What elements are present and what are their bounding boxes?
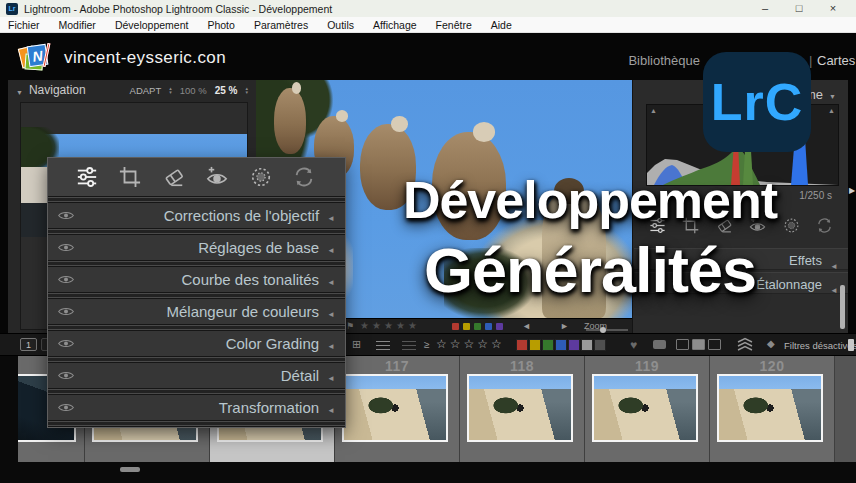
next-photo-icon[interactable]: ► [560, 321, 569, 331]
filmstrip-cell[interactable]: 117 [335, 356, 460, 462]
panel-row[interactable]: Transformation [48, 395, 345, 420]
calibration-expander-icon[interactable] [830, 279, 838, 297]
zoom-slider[interactable] [586, 329, 628, 331]
right-panel-scrollbar[interactable] [840, 285, 845, 329]
panel-row[interactable]: Détail [48, 363, 345, 388]
thumb-size-small[interactable] [676, 339, 689, 350]
filter-rating-stars[interactable]: ☆☆☆☆☆ [436, 337, 502, 351]
rating-operator[interactable]: ≥ [424, 339, 430, 350]
filter-dropdown[interactable]: Filtres désactivés [784, 337, 844, 353]
panel-row[interactable]: Réglages de base [48, 235, 345, 260]
main-window-button[interactable]: 1 [20, 338, 37, 351]
healing-eraser-icon[interactable] [716, 217, 733, 234]
filmstrip-cell[interactable]: 120 [710, 356, 835, 462]
histogram-collapse-icon[interactable] [829, 85, 836, 103]
zoom-100-option[interactable]: 100 % [180, 85, 207, 96]
color-label-swatch[interactable] [568, 339, 580, 351]
rating-stars[interactable]: ★★★★★ [360, 320, 420, 331]
minimize-button[interactable]: – [748, 0, 782, 17]
pick-flag-icon[interactable]: ◆ [767, 338, 775, 349]
menu-item[interactable]: Photo [207, 19, 234, 31]
zoom-spinner-icon[interactable] [245, 86, 248, 94]
color-dot[interactable] [463, 323, 470, 330]
navigation-panel-header[interactable]: Navigation ADAPT 100 % 25 % [8, 80, 256, 100]
effects-panel-header[interactable]: Effets [634, 248, 848, 270]
thumb-size-medium[interactable] [692, 339, 705, 350]
color-label-swatch[interactable] [542, 339, 554, 351]
healing-eraser-icon[interactable] [163, 166, 185, 188]
color-label-swatch[interactable] [529, 339, 541, 351]
eye-visibility-icon[interactable] [58, 338, 74, 349]
comment-bubble-icon[interactable] [653, 340, 666, 349]
filmstrip-scrollbar-handle[interactable] [120, 467, 140, 472]
color-dot[interactable] [474, 323, 481, 330]
heart-icon[interactable]: ♥ [630, 338, 637, 352]
menu-item[interactable]: Fichier [8, 19, 40, 31]
panel-row[interactable]: Corrections de l'objectif [48, 203, 345, 228]
masking-icon[interactable] [783, 217, 800, 234]
zoom-fit-option[interactable]: ADAPT [130, 85, 162, 96]
color-dot[interactable] [496, 323, 503, 330]
module-cartes[interactable]: Cartes [817, 53, 855, 68]
filmstrip-cell[interactable]: 118 [460, 356, 585, 462]
sync-icon[interactable] [293, 166, 315, 188]
menu-item[interactable]: Modifier [59, 19, 96, 31]
shadow-clipping-icon[interactable]: ▲ [650, 107, 657, 114]
red-eye-icon[interactable] [206, 166, 228, 188]
fit-spinner-icon[interactable] [169, 86, 172, 94]
zoom-level-value[interactable]: 25 % [215, 85, 238, 96]
eye-visibility-icon[interactable] [58, 402, 74, 413]
panel-row[interactable]: Color Grading [48, 331, 345, 356]
titlebar[interactable]: Lr Lightroom - Adobe Photoshop Lightroom… [0, 0, 856, 17]
panel-row[interactable]: Courbe des tonalités [48, 267, 345, 292]
sort-order-icon[interactable] [376, 341, 390, 350]
eye-visibility-icon[interactable] [58, 306, 74, 317]
grid-view-icon[interactable]: ⊞ [352, 338, 361, 351]
calibration-panel-header[interactable]: Étalonnage [634, 272, 848, 294]
panel-expander-icon[interactable] [327, 367, 335, 385]
eye-visibility-icon[interactable] [58, 274, 74, 285]
edit-sliders-icon[interactable] [76, 166, 98, 188]
eye-visibility-icon[interactable] [58, 242, 74, 253]
effects-expander-icon[interactable] [830, 255, 838, 273]
menu-item[interactable]: Paramètres [254, 19, 308, 31]
masking-icon[interactable] [250, 166, 272, 188]
panel-expander-icon[interactable] [327, 335, 335, 353]
flag-icon[interactable]: ⚑ [346, 321, 354, 331]
right-panel-toggle-arrow[interactable]: ▶ [849, 186, 855, 195]
menu-item[interactable]: Outils [327, 19, 354, 31]
panel-row[interactable]: Mélangeur de couleurs [48, 299, 345, 324]
eye-visibility-icon[interactable] [58, 370, 74, 381]
color-label-swatch[interactable] [555, 339, 567, 351]
color-label-swatch[interactable] [581, 339, 593, 351]
crop-icon[interactable] [682, 217, 699, 234]
color-dot[interactable] [485, 323, 492, 330]
thumb-size-large[interactable] [708, 339, 721, 350]
color-label-dots[interactable] [452, 323, 503, 330]
menu-item[interactable]: Aide [491, 19, 512, 31]
module-bibliotheque[interactable]: Bibliothèque [628, 53, 700, 68]
close-button[interactable]: × [816, 0, 850, 17]
panel-expander-icon[interactable] [327, 207, 335, 225]
sync-icon[interactable] [816, 217, 833, 234]
panel-expander-icon[interactable] [327, 303, 335, 321]
panel-expander-icon[interactable] [327, 239, 335, 257]
menu-item[interactable]: Fenêtre [436, 19, 472, 31]
collapse-triangle-icon[interactable] [16, 81, 23, 99]
crop-icon[interactable] [119, 166, 141, 188]
filmstrip-cell[interactable]: 119 [585, 356, 710, 462]
menu-item[interactable]: Affichage [373, 19, 417, 31]
stack-icon[interactable] [737, 337, 753, 356]
highlight-clipping-icon[interactable]: ▲ [828, 107, 835, 114]
filmstrip-filter-switch[interactable] [848, 339, 854, 351]
color-label-swatch[interactable] [516, 339, 528, 351]
sort-criteria-icon[interactable] [402, 341, 416, 350]
color-dot[interactable] [452, 323, 459, 330]
panel-expander-icon[interactable] [327, 271, 335, 289]
menu-item[interactable]: Développement [115, 19, 189, 31]
maximize-button[interactable]: □ [782, 0, 816, 17]
color-label-swatch[interactable] [594, 339, 606, 351]
previous-photo-icon[interactable]: ◄ [522, 321, 531, 331]
edit-sliders-icon[interactable] [649, 217, 666, 234]
panel-expander-icon[interactable] [327, 399, 335, 417]
